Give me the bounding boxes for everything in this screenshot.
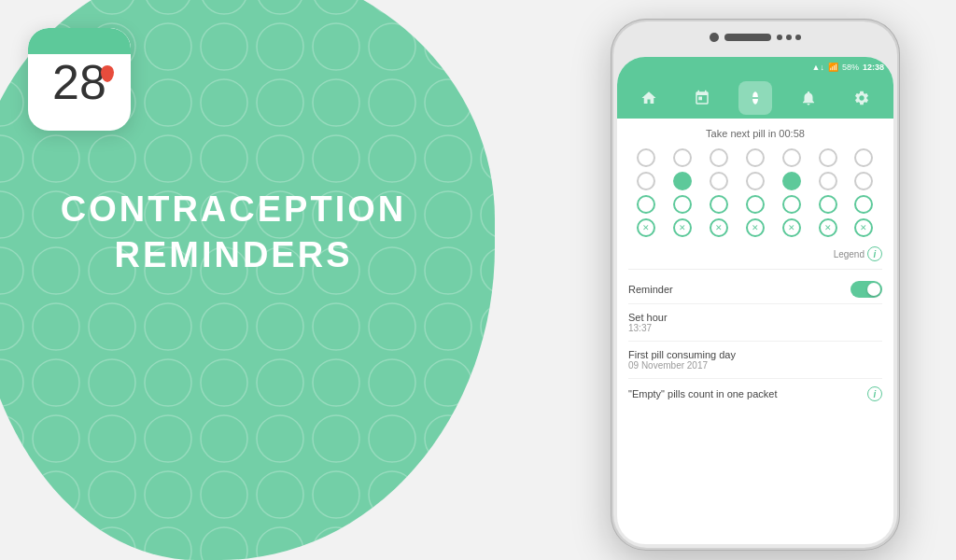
set-hour-label: Set hour [628,312,882,323]
status-bar: ▲↓ 📶 58% 12:38 [617,57,893,77]
pill-row-1 [628,148,882,167]
pill-cell[interactable]: ✕ [782,218,801,237]
pill-cell[interactable] [673,148,692,167]
nav-calendar[interactable] [685,81,719,115]
pill-cell[interactable] [710,195,728,214]
nav-settings[interactable] [845,81,879,115]
wifi-icon: 📶 [828,63,838,72]
pill-cell[interactable] [637,195,655,214]
pill-cell[interactable] [782,148,801,167]
signal-icon: ▲↓ [812,63,824,72]
pill-cell[interactable]: ✕ [819,218,837,237]
toggle-knob [867,283,880,296]
next-pill-countdown: Take next pill in 00:58 [628,128,882,139]
pill-cell[interactable] [637,148,655,167]
calendar-top-bar [28,28,131,54]
first-pill-value: 09 November 2017 [628,360,882,371]
pill-cell[interactable] [746,172,765,190]
calendar-date: 28 [52,58,106,106]
pill-cell[interactable] [710,148,728,167]
set-hour-value: 13:37 [628,323,882,333]
dot-2 [786,35,792,40]
calendar-app-icon: 28 [28,28,131,131]
phone-frame: ▲↓ 📶 58% 12:38 [611,19,900,551]
empty-pills-setting[interactable]: "Empty" pills count in one packet i [628,379,882,409]
pill-grid: ✕ ✕ ✕ ✕ ✕ ✕ ✕ [628,148,882,237]
reminder-label: Reminder [628,284,673,295]
pill-cell[interactable]: ✕ [854,218,873,237]
pill-cell[interactable] [782,172,801,190]
navigation-bar [617,77,893,119]
legend-label: Legend [834,249,865,259]
pill-cell[interactable] [819,148,837,167]
phone-mockup: ▲↓ 📶 58% 12:38 [611,19,900,551]
dot-3 [795,35,801,40]
pill-cell[interactable] [819,172,837,190]
pill-cell[interactable]: ✕ [710,218,728,237]
pill-cell[interactable] [746,195,765,214]
clock: 12:38 [863,63,884,72]
pill-cell[interactable]: ✕ [673,218,692,237]
phone-top-bar [710,33,801,42]
pill-row-4: ✕ ✕ ✕ ✕ ✕ ✕ ✕ [628,218,882,237]
speaker [724,34,771,41]
first-pill-label: First pill consuming day [628,349,882,360]
pill-cell[interactable] [673,195,692,214]
pill-row-2 [628,172,882,190]
nav-pill[interactable] [738,81,772,115]
reminder-setting: Reminder [628,275,882,304]
pill-cell[interactable] [746,148,765,167]
pill-cell[interactable] [819,195,837,214]
app-title: CONTRACEPTION REMINDERS [56,187,411,279]
dot-1 [777,35,782,40]
indicator-dots [777,35,801,40]
phone-inner: ▲↓ 📶 58% 12:38 [613,21,897,548]
reminder-toggle[interactable] [851,281,882,298]
first-pill-setting[interactable]: First pill consuming day 09 November 201… [628,342,882,379]
drop-icon [101,65,114,82]
pill-cell[interactable] [782,195,801,214]
pill-row-3 [628,195,882,214]
pill-cell[interactable] [854,195,873,214]
nav-reminder[interactable] [792,81,825,115]
pill-cell[interactable] [673,172,692,190]
divider-1 [628,269,882,270]
battery-icon: 58% [842,63,859,72]
legend-info-icon[interactable]: i [867,246,882,261]
legend-row: Legend i [628,246,882,261]
empty-pills-info-icon[interactable]: i [867,386,882,401]
pill-cell[interactable] [710,172,728,190]
pill-cell[interactable] [637,172,655,190]
set-hour-setting[interactable]: Set hour 13:37 [628,304,882,342]
pill-cell[interactable] [854,148,873,167]
pill-cell[interactable]: ✕ [637,218,655,237]
pill-cell[interactable]: ✕ [746,218,765,237]
empty-pills-label: "Empty" pills count in one packet [628,388,777,399]
nav-home[interactable] [632,81,666,115]
pill-cell[interactable] [854,172,873,190]
svg-rect-3 [752,97,758,99]
camera-icon [710,33,719,42]
phone-screen: ▲↓ 📶 58% 12:38 [617,57,893,544]
screen-content: Take next pill in 00:58 [617,119,893,418]
